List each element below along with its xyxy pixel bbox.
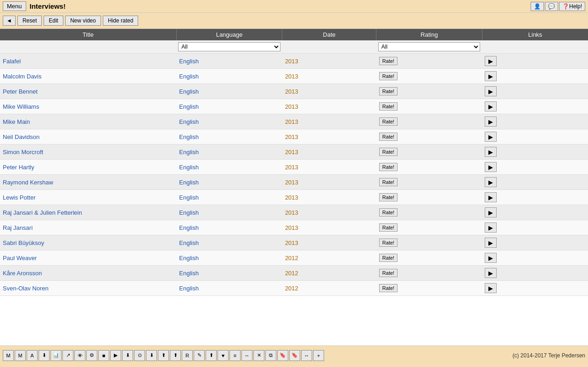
row-rating[interactable]: Rate! — [376, 69, 482, 84]
row-rating[interactable]: Rate! — [376, 84, 482, 99]
filter-rating-cell[interactable]: All 1 2 3 4 5 — [376, 40, 482, 54]
bottom-icon-x[interactable]: ✕ — [253, 350, 264, 361]
bottom-icon-gear[interactable]: ⚙ — [86, 350, 97, 361]
rate-button[interactable]: Rate! — [379, 163, 398, 171]
play-button[interactable]: ▶ — [485, 117, 497, 127]
play-button[interactable]: ▶ — [485, 192, 497, 202]
bottom-icon-link[interactable]: ↗ — [62, 350, 73, 361]
bottom-icon-swap[interactable]: ↔ — [301, 350, 312, 361]
bottom-icon-heart[interactable]: ♥ — [218, 350, 229, 361]
filter-language-cell[interactable]: All English Norwegian Swedish — [176, 40, 282, 54]
title-link[interactable]: Paul Weaver — [3, 255, 37, 261]
new-video-button[interactable]: New video — [65, 16, 101, 26]
bottom-icon-up3[interactable]: ⬆ — [206, 350, 217, 361]
play-button[interactable]: ▶ — [485, 132, 497, 142]
row-rating[interactable]: Rate! — [376, 54, 482, 69]
row-rating[interactable]: Rate! — [376, 250, 482, 266]
row-links[interactable]: ▶ — [482, 145, 588, 160]
row-links[interactable]: ▶ — [482, 99, 588, 114]
row-rating[interactable]: Rate! — [376, 99, 482, 114]
row-links[interactable]: ▶ — [482, 69, 588, 84]
rating-filter-select[interactable]: All 1 2 3 4 5 — [378, 42, 481, 51]
rate-button[interactable]: Rate! — [379, 193, 398, 201]
rate-button[interactable]: Rate! — [379, 148, 398, 156]
play-button[interactable]: ▶ — [485, 177, 497, 187]
hide-rated-button[interactable]: Hide rated — [103, 16, 138, 26]
title-link[interactable]: Neil Davidson — [3, 133, 39, 140]
play-button[interactable]: ▶ — [485, 268, 497, 278]
bottom-icon-up1[interactable]: ⬆ — [158, 350, 169, 361]
title-link[interactable]: Falafel — [3, 58, 21, 65]
bottom-icon-plus[interactable]: + — [313, 350, 324, 361]
bottom-icon-a[interactable]: A — [27, 350, 38, 361]
row-rating[interactable]: Rate! — [376, 114, 482, 129]
reset-button[interactable]: Reset — [17, 16, 42, 26]
rate-button[interactable]: Rate! — [379, 87, 398, 95]
rate-button[interactable]: Rate! — [379, 284, 398, 292]
title-link[interactable]: Raj Jansari & Julien Fetterlein — [3, 209, 82, 216]
play-button[interactable]: ▶ — [485, 253, 497, 263]
title-link[interactable]: Simon Morcroft — [3, 149, 43, 156]
rate-button[interactable]: Rate! — [379, 239, 398, 247]
row-links[interactable]: ▶ — [482, 205, 588, 220]
play-button[interactable]: ▶ — [485, 238, 497, 248]
message-icon-button[interactable]: 💬 — [545, 2, 558, 11]
rate-button[interactable]: Rate! — [379, 117, 398, 126]
title-link[interactable]: Mike Williams — [3, 103, 39, 110]
bottom-icon-m1[interactable]: M — [3, 350, 14, 361]
row-rating[interactable]: Rate! — [376, 190, 482, 205]
bottom-icon-r[interactable]: R — [182, 350, 193, 361]
row-links[interactable]: ▶ — [482, 235, 588, 250]
row-rating[interactable]: Rate! — [376, 220, 482, 235]
title-link[interactable]: Mike Main — [3, 118, 30, 125]
row-links[interactable]: ▶ — [482, 190, 588, 205]
row-links[interactable]: ▶ — [482, 220, 588, 235]
bottom-icon-up2[interactable]: ⬆ — [170, 350, 181, 361]
bottom-icon-bookmark2[interactable]: 🔖 — [289, 350, 300, 361]
row-links[interactable]: ▶ — [482, 250, 588, 266]
bottom-icon-exchange[interactable]: ↔ — [241, 350, 252, 361]
play-button[interactable]: ▶ — [485, 283, 497, 293]
bottom-icon-bookmark1[interactable]: 🔖 — [277, 350, 288, 361]
edit-button[interactable]: Edit — [44, 16, 63, 26]
title-link[interactable]: Sabri Büyüksoy — [3, 239, 44, 246]
rate-button[interactable]: Rate! — [379, 102, 398, 111]
play-button[interactable]: ▶ — [485, 222, 497, 233]
row-links[interactable]: ▶ — [482, 84, 588, 99]
play-button[interactable]: ▶ — [485, 56, 497, 66]
rate-button[interactable]: Rate! — [379, 269, 398, 277]
title-link[interactable]: Kåre Aronsson — [3, 270, 42, 277]
bottom-icon-grid[interactable]: ⧉ — [265, 350, 276, 361]
rate-button[interactable]: Rate! — [379, 254, 398, 262]
help-icon-button[interactable]: ❓Help! — [559, 2, 585, 11]
play-button[interactable]: ▶ — [485, 101, 497, 111]
rate-button[interactable]: Rate! — [379, 72, 398, 80]
title-link[interactable]: Malcolm Davis — [3, 73, 42, 80]
title-link[interactable]: Sven-Olav Noren — [3, 285, 49, 292]
bottom-icon-dl2[interactable]: ⬇ — [122, 350, 133, 361]
row-links[interactable]: ▶ — [482, 54, 588, 69]
row-links[interactable]: ▶ — [482, 175, 588, 190]
bottom-icon-chart[interactable]: 📊 — [50, 350, 62, 361]
title-link[interactable]: Peter Hartly — [3, 164, 34, 171]
row-rating[interactable]: Rate! — [376, 145, 482, 160]
bottom-icon-circle[interactable]: ⊙ — [134, 350, 145, 361]
title-link[interactable]: Raj Jansari — [3, 224, 33, 231]
rate-button[interactable]: Rate! — [379, 133, 398, 141]
bottom-icon-download[interactable]: ⬇ — [39, 350, 50, 361]
play-button[interactable]: ▶ — [485, 71, 497, 81]
rate-button[interactable]: Rate! — [379, 178, 398, 186]
title-link[interactable]: Lewis Potter — [3, 194, 36, 201]
rate-button[interactable]: Rate! — [379, 223, 398, 232]
bottom-icon-eye[interactable]: 👁 — [74, 350, 85, 361]
menu-button[interactable]: Menu — [3, 1, 26, 11]
bottom-icon-list[interactable]: ≡ — [230, 350, 241, 361]
row-rating[interactable]: Rate! — [376, 281, 482, 296]
row-rating[interactable]: Rate! — [376, 235, 482, 250]
play-button[interactable]: ▶ — [485, 162, 497, 172]
bottom-icon-stop[interactable]: ■ — [98, 350, 109, 361]
play-button[interactable]: ▶ — [485, 147, 497, 157]
row-links[interactable]: ▶ — [482, 114, 588, 129]
row-links[interactable]: ▶ — [482, 160, 588, 175]
row-links[interactable]: ▶ — [482, 266, 588, 281]
